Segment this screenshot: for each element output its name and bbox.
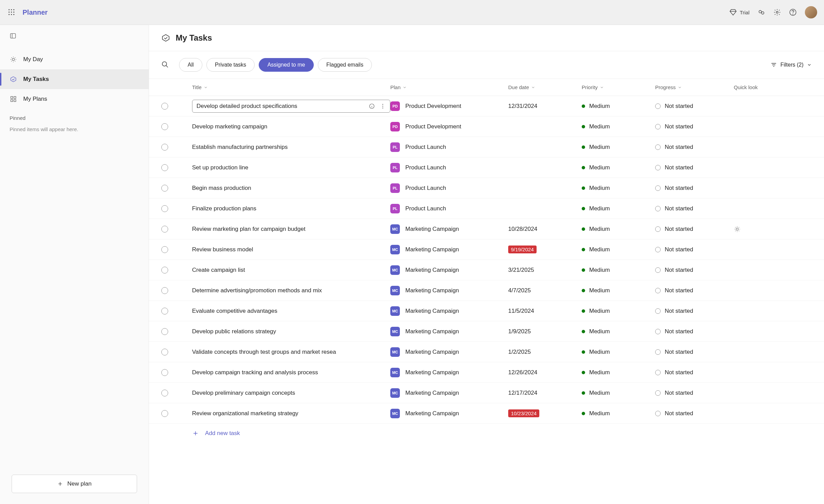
table-row[interactable]: Finalize production plansPLProduct Launc… <box>149 198 824 219</box>
complete-toggle[interactable] <box>161 308 168 314</box>
table-row[interactable]: Develop public relations strategyMCMarke… <box>149 321 824 342</box>
priority[interactable]: Medium <box>582 308 655 314</box>
complete-toggle[interactable] <box>161 328 168 335</box>
plan-name[interactable]: Product Development <box>405 103 461 110</box>
plan-name[interactable]: Marketing Campaign <box>405 328 459 335</box>
progress[interactable]: Not started <box>655 246 734 253</box>
task-title[interactable]: Review organizational marketing strategy <box>192 410 387 417</box>
complete-toggle[interactable] <box>161 287 168 294</box>
task-title[interactable]: Review marketing plan for campaign budge… <box>192 226 387 233</box>
progress[interactable]: Not started <box>655 328 734 335</box>
filters-button[interactable]: Filters (2) <box>771 62 812 68</box>
col-priority[interactable]: Priority <box>582 84 655 90</box>
priority[interactable]: Medium <box>582 369 655 376</box>
help-icon[interactable] <box>789 9 797 16</box>
task-title[interactable]: Begin mass production <box>192 185 387 192</box>
complete-toggle[interactable] <box>161 226 168 233</box>
task-title[interactable]: Develop marketing campaign <box>192 123 387 130</box>
progress[interactable]: Not started <box>655 164 734 171</box>
table-row[interactable]: Validate concepts through test groups an… <box>149 342 824 362</box>
priority[interactable]: Medium <box>582 410 655 417</box>
due-date[interactable]: 11/5/2024 <box>508 308 582 314</box>
table-row[interactable]: Develop detailed product specificationsP… <box>149 96 824 116</box>
trial-button[interactable]: Trial <box>729 9 749 16</box>
priority[interactable]: Medium <box>582 123 655 130</box>
priority[interactable]: Medium <box>582 246 655 253</box>
plan-name[interactable]: Marketing Campaign <box>405 369 459 376</box>
plan-name[interactable]: Marketing Campaign <box>405 308 459 314</box>
progress[interactable]: Not started <box>655 349 734 355</box>
table-row[interactable]: Review organizational marketing strategy… <box>149 403 824 424</box>
avatar[interactable] <box>805 6 817 18</box>
info-icon[interactable] <box>369 103 375 109</box>
progress[interactable]: Not started <box>655 369 734 376</box>
task-title[interactable]: Determine advertising/promotion methods … <box>192 287 387 294</box>
progress[interactable]: Not started <box>655 287 734 294</box>
plan-name[interactable]: Marketing Campaign <box>405 267 459 274</box>
quick-look-cell[interactable] <box>734 226 795 233</box>
table-row[interactable]: Evaluate competitive advantagesMCMarketi… <box>149 301 824 321</box>
progress[interactable]: Not started <box>655 123 734 130</box>
due-date[interactable]: 12/17/2024 <box>508 390 582 396</box>
priority[interactable]: Medium <box>582 185 655 192</box>
progress[interactable]: Not started <box>655 185 734 192</box>
table-row[interactable]: Develop campaign tracking and analysis p… <box>149 362 824 383</box>
progress[interactable]: Not started <box>655 226 734 233</box>
due-date[interactable]: 9/19/2024 <box>508 246 582 253</box>
plan-name[interactable]: Product Development <box>405 123 461 130</box>
progress[interactable]: Not started <box>655 308 734 314</box>
progress[interactable]: Not started <box>655 410 734 417</box>
task-title[interactable]: Develop public relations strategy <box>192 328 387 335</box>
table-row[interactable]: Create campaign listMCMarketing Campaign… <box>149 260 824 280</box>
priority[interactable]: Medium <box>582 205 655 212</box>
priority[interactable]: Medium <box>582 103 655 110</box>
task-title[interactable]: Evaluate competitive advantages <box>192 308 387 314</box>
tab-flagged-emails[interactable]: Flagged emails <box>318 58 372 72</box>
due-date[interactable]: 1/9/2025 <box>508 328 582 335</box>
priority[interactable]: Medium <box>582 390 655 396</box>
plan-name[interactable]: Marketing Campaign <box>405 349 459 355</box>
complete-toggle[interactable] <box>161 267 168 274</box>
complete-toggle[interactable] <box>161 164 168 171</box>
plan-name[interactable]: Product Launch <box>405 205 446 212</box>
complete-toggle[interactable] <box>161 410 168 417</box>
search-button[interactable] <box>161 61 170 69</box>
table-row[interactable]: Develop marketing campaignPDProduct Deve… <box>149 116 824 137</box>
task-title[interactable]: Validate concepts through test groups an… <box>192 349 387 355</box>
complete-toggle[interactable] <box>161 123 168 130</box>
progress[interactable]: Not started <box>655 267 734 274</box>
tab-assigned-to-me[interactable]: Assigned to me <box>259 58 313 72</box>
priority[interactable]: Medium <box>582 328 655 335</box>
task-title[interactable]: Establish manufacturing partnerships <box>192 144 387 151</box>
table-row[interactable]: Begin mass productionPLProduct LaunchMed… <box>149 178 824 198</box>
tab-all[interactable]: All <box>179 58 202 72</box>
plan-name[interactable]: Product Launch <box>405 164 446 171</box>
task-title[interactable]: Set up production line <box>192 164 387 171</box>
complete-toggle[interactable] <box>161 349 168 355</box>
col-due-date[interactable]: Due date <box>508 84 582 90</box>
progress[interactable]: Not started <box>655 205 734 212</box>
plan-name[interactable]: Marketing Campaign <box>405 226 459 233</box>
due-date[interactable]: 4/7/2025 <box>508 287 582 294</box>
due-date[interactable]: 12/26/2024 <box>508 369 582 376</box>
task-title[interactable]: Review business model <box>192 246 387 253</box>
plan-name[interactable]: Marketing Campaign <box>405 390 459 396</box>
plan-name[interactable]: Marketing Campaign <box>405 410 459 417</box>
priority[interactable]: Medium <box>582 349 655 355</box>
progress[interactable]: Not started <box>655 144 734 151</box>
priority[interactable]: Medium <box>582 144 655 151</box>
sidebar-item-my-tasks[interactable]: My Tasks <box>0 69 149 89</box>
col-plan[interactable]: Plan <box>390 84 508 90</box>
app-launcher-icon[interactable] <box>7 8 16 17</box>
plan-name[interactable]: Product Launch <box>405 144 446 151</box>
priority[interactable]: Medium <box>582 267 655 274</box>
table-row[interactable]: Develop preliminary campaign conceptsMCM… <box>149 383 824 403</box>
due-date[interactable]: 1/2/2025 <box>508 349 582 355</box>
task-title[interactable]: Develop preliminary campaign concepts <box>192 390 387 396</box>
due-date[interactable]: 12/31/2024 <box>508 103 582 110</box>
table-row[interactable]: Review marketing plan for campaign budge… <box>149 219 824 239</box>
table-row[interactable]: Set up production linePLProduct LaunchMe… <box>149 157 824 178</box>
priority[interactable]: Medium <box>582 164 655 171</box>
priority[interactable]: Medium <box>582 287 655 294</box>
priority[interactable]: Medium <box>582 226 655 233</box>
